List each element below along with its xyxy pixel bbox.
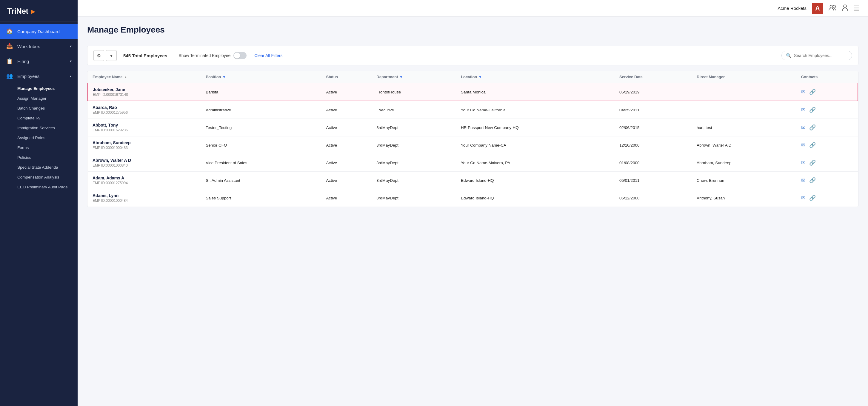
svg-point-0: [830, 5, 833, 8]
link-icon[interactable]: 🔗: [809, 177, 816, 184]
cell-location: Your Company Name-CA: [456, 136, 615, 154]
sidebar-item-eeo-audit[interactable]: EEO Preliminary Audit Page: [0, 182, 78, 192]
link-icon[interactable]: 🔗: [809, 195, 816, 201]
chevron-down-icon: ▾: [70, 59, 72, 63]
cell-department: 3rdMayDept: [372, 136, 456, 154]
col-service-date[interactable]: Service Date: [615, 71, 692, 83]
sidebar-item-company-dashboard[interactable]: 🏠 Company Dashboard: [0, 24, 78, 39]
cell-status: Active: [321, 171, 372, 189]
email-icon[interactable]: ✉: [801, 195, 806, 201]
table-row[interactable]: Abbott, Tony EMP ID:00001629236 Tester_T…: [88, 119, 858, 136]
table-row[interactable]: Abraham, Sundeep EMP ID:00001000483 Seni…: [88, 136, 858, 154]
cell-position: Vice President of Sales: [201, 154, 321, 171]
cell-name: Adams, Lynn EMP ID:00001000484: [88, 189, 201, 207]
clear-filters-button[interactable]: Clear All Filters: [254, 53, 282, 58]
cell-name: Abraham, Sundeep EMP ID:00001000483: [88, 136, 201, 154]
cell-contacts: ✉ 🔗: [796, 101, 858, 119]
cell-position: Barista: [201, 83, 321, 101]
table-row[interactable]: Adams, Lynn EMP ID:00001000484 Sales Sup…: [88, 189, 858, 207]
sidebar-item-complete-i9[interactable]: Complete I-9: [0, 113, 78, 123]
cell-position: Senior CFO: [201, 136, 321, 154]
cell-name: Abarca, Rao EMP ID:00001275956: [88, 101, 201, 119]
search-input[interactable]: [794, 53, 848, 58]
sidebar-item-policies[interactable]: Policies: [0, 153, 78, 162]
sidebar-item-work-inbox[interactable]: 📥 Work Inbox ▾: [0, 39, 78, 54]
cell-location: Santa Monica: [456, 83, 615, 101]
cell-location: Your Co Name-California: [456, 101, 615, 119]
filter-icon: ▼: [400, 75, 403, 79]
table-header: Employee Name ▲ Position ▼: [88, 71, 858, 83]
link-icon[interactable]: 🔗: [809, 124, 816, 131]
col-location[interactable]: Location ▼: [456, 71, 615, 83]
sidebar-item-hiring[interactable]: 📋 Hiring ▾: [0, 54, 78, 69]
sidebar-item-assigned-roles[interactable]: Assigned Roles: [0, 133, 78, 143]
sidebar-item-compensation-analysis[interactable]: Compensation Analysis: [0, 172, 78, 182]
link-icon[interactable]: 🔗: [809, 106, 816, 113]
cell-service-date: 06/19/2019: [615, 83, 692, 101]
page-content: Manage Employees ⚙ ▾ 545 Total Employees…: [78, 17, 868, 406]
email-icon[interactable]: ✉: [801, 89, 806, 95]
company-logo: A: [812, 3, 823, 14]
toolbar-settings: ⚙ ▾: [93, 50, 117, 61]
cell-direct-manager: hari, test: [692, 119, 796, 136]
employees-submenu: Manage Employees Assign Manager Batch Ch…: [0, 84, 78, 192]
home-icon: 🏠: [6, 28, 13, 35]
col-position[interactable]: Position ▼: [201, 71, 321, 83]
cell-department: 3rdMayDept: [372, 189, 456, 207]
sort-asc-icon: ▲: [124, 75, 127, 79]
cell-status: Active: [321, 119, 372, 136]
cell-name: Abbott, Tony EMP ID:00001629236: [88, 119, 201, 136]
table-row[interactable]: Jobseeker, Jane EMP ID:00001973140 Baris…: [88, 83, 858, 101]
cell-contacts: ✉ 🔗: [796, 154, 858, 171]
cell-direct-manager: [692, 101, 796, 119]
col-employee-name[interactable]: Employee Name ▲: [88, 71, 201, 83]
email-icon[interactable]: ✉: [801, 159, 806, 166]
link-icon[interactable]: 🔗: [809, 159, 816, 166]
cell-status: Active: [321, 136, 372, 154]
cell-status: Active: [321, 189, 372, 207]
cell-status: Active: [321, 154, 372, 171]
table-row[interactable]: Abrown, Walter A D EMP ID:00001000840 Vi…: [88, 154, 858, 171]
filter-dropdown-button[interactable]: ▾: [106, 50, 117, 61]
link-icon[interactable]: 🔗: [809, 142, 816, 148]
profile-icon[interactable]: [842, 4, 848, 13]
sidebar-item-special-state-addenda[interactable]: Special State Addenda: [0, 162, 78, 172]
settings-button[interactable]: ⚙: [93, 50, 104, 61]
sidebar-item-forms[interactable]: Forms: [0, 143, 78, 153]
table-row[interactable]: Adam, Adams A EMP ID:00001275994 Sr. Adm…: [88, 171, 858, 189]
col-status[interactable]: Status: [321, 71, 372, 83]
search-icon: 🔍: [786, 53, 792, 58]
sidebar-item-employees[interactable]: 👥 Employees ▴: [0, 69, 78, 84]
svg-point-2: [843, 5, 846, 8]
terminated-toggle-group: Show Terminated Employee: [179, 52, 247, 59]
cell-status: Active: [321, 83, 372, 101]
col-department[interactable]: Department ▼: [372, 71, 456, 83]
sidebar-item-manage-employees[interactable]: Manage Employees: [0, 84, 78, 93]
sidebar-item-immigration-services[interactable]: Immigration Services: [0, 123, 78, 133]
email-icon[interactable]: ✉: [801, 106, 806, 113]
cell-location: Your Co Name-Malvern, PA: [456, 154, 615, 171]
team-icon[interactable]: [829, 4, 836, 12]
link-icon[interactable]: 🔗: [809, 89, 816, 95]
employees-icon: 👥: [6, 73, 13, 80]
col-contacts[interactable]: Contacts: [796, 71, 858, 83]
brand-name: TriNet: [7, 6, 28, 16]
menu-icon[interactable]: ☰: [854, 4, 860, 12]
email-icon[interactable]: ✉: [801, 177, 806, 184]
sidebar-item-label: Work Inbox: [17, 44, 40, 49]
col-direct-manager[interactable]: Direct Manager: [692, 71, 796, 83]
email-icon[interactable]: ✉: [801, 124, 806, 131]
table-row[interactable]: Abarca, Rao EMP ID:00001275956 Administr…: [88, 101, 858, 119]
page-title: Manage Employees: [87, 25, 859, 35]
main-content: Acme Rockets A ☰ Manage Employees: [78, 0, 868, 406]
email-icon[interactable]: ✉: [801, 142, 806, 148]
terminated-toggle-switch[interactable]: [234, 52, 247, 59]
sidebar-item-batch-changes[interactable]: Batch Changes: [0, 103, 78, 113]
cell-service-date: 05/12/2000: [615, 189, 692, 207]
employees-tbody: Jobseeker, Jane EMP ID:00001973140 Baris…: [88, 83, 858, 207]
sidebar-item-assign-manager[interactable]: Assign Manager: [0, 93, 78, 103]
sidebar-logo: TriNet ▶: [0, 0, 78, 22]
cell-contacts: ✉ 🔗: [796, 119, 858, 136]
cell-direct-manager: [692, 83, 796, 101]
cell-position: Sr. Admin Assistant: [201, 171, 321, 189]
